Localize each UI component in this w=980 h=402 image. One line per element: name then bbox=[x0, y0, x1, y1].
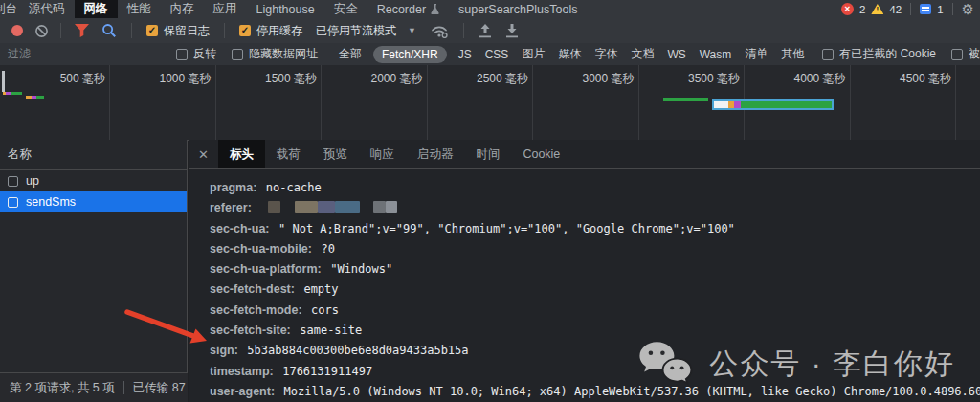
header-name: sec-fetch-mode bbox=[210, 303, 298, 317]
header-value: 5b3ab884c00300be6e8d0a9433a5b15a bbox=[247, 344, 468, 357]
blocked-cookies-toggle[interactable]: 有已拦截的 Cookie bbox=[822, 46, 936, 62]
disable-cache-toggle[interactable]: 停用缓存 bbox=[239, 23, 302, 39]
request-row-up[interactable]: up bbox=[0, 170, 187, 191]
network-status-bar: 第 2 项请求, 共 5 项 已传输 87 bbox=[0, 372, 188, 402]
timeline-tick: 2500 毫秒 bbox=[428, 65, 534, 140]
network-conditions-icon[interactable] bbox=[431, 24, 448, 38]
tab-console-clipped[interactable]: 制台 bbox=[0, 0, 19, 18]
filter-type-js[interactable]: JS bbox=[458, 48, 472, 61]
warning-count: 42 bbox=[889, 4, 902, 15]
header-name: sec-fetch-dest bbox=[210, 282, 291, 296]
timeline-scroll-handle[interactable] bbox=[2, 71, 5, 92]
export-har-icon[interactable] bbox=[505, 24, 519, 38]
hide-data-urls-toggle[interactable]: 隐藏数据网址 bbox=[232, 46, 318, 62]
tab-recorder[interactable]: Recorder bbox=[368, 0, 449, 18]
devtools-window: 制台 源代码 网络 性能 内存 应用 Lighthouse 安全 Recorde… bbox=[0, 0, 980, 402]
tab-memory[interactable]: 内存 bbox=[161, 0, 204, 18]
settings-gear-icon[interactable]: ⚙ bbox=[962, 3, 974, 15]
throttling-dropdown[interactable]: 已停用节流模式 bbox=[316, 23, 416, 39]
header-value: cors bbox=[311, 303, 339, 317]
filter-type-css[interactable]: CSS bbox=[485, 48, 509, 61]
filter-type-other[interactable]: 其他 bbox=[781, 46, 804, 62]
filter-type-font[interactable]: 字体 bbox=[594, 46, 617, 62]
hide-data-urls-checkbox[interactable] bbox=[232, 49, 243, 60]
clear-button[interactable] bbox=[34, 24, 49, 38]
invert-checkbox[interactable] bbox=[176, 49, 188, 60]
header-name: user-agent bbox=[210, 385, 271, 398]
blocked-requests-toggle[interactable]: 被屏蔽的请求 bbox=[951, 46, 980, 62]
request-checkbox[interactable] bbox=[8, 197, 18, 208]
import-har-icon[interactable] bbox=[479, 24, 492, 38]
blocked-cookies-checkbox[interactable] bbox=[822, 49, 834, 60]
detail-tab-headers[interactable]: 标头 bbox=[218, 140, 265, 168]
filter-type-doc[interactable]: 文档 bbox=[631, 46, 654, 62]
filter-type-img[interactable]: 图片 bbox=[522, 46, 545, 62]
waterfall-bar-sendsms-selected[interactable] bbox=[712, 99, 834, 110]
filter-type-ws[interactable]: WS bbox=[667, 48, 685, 61]
watermark: 公众号 · 李白你好 bbox=[636, 341, 955, 387]
divider bbox=[131, 23, 132, 38]
header-row-sec-ch-ua: sec-ch-ua: " Not A;Brand";v="99", "Chrom… bbox=[210, 219, 980, 239]
wechat-icon bbox=[636, 341, 696, 387]
request-row-sendsms[interactable]: sendSms bbox=[0, 191, 187, 212]
filter-type-all[interactable]: 全部 bbox=[339, 46, 362, 62]
transferred-summary: 已传输 87 bbox=[133, 380, 186, 396]
watermark-text: 公众号 · 李白你好 bbox=[709, 345, 955, 384]
name-column-header[interactable]: 名称 bbox=[0, 140, 187, 170]
timeline-tick: 1000 毫秒 bbox=[110, 65, 216, 140]
tab-lighthouse[interactable]: Lighthouse bbox=[247, 0, 324, 18]
filter-type-manifest[interactable]: 清单 bbox=[745, 46, 768, 62]
blocked-requests-checkbox[interactable] bbox=[951, 49, 963, 60]
detail-tab-preview[interactable]: 预览 bbox=[312, 140, 359, 168]
issues-count: 1 bbox=[937, 4, 943, 15]
tab-sources[interactable]: 源代码 bbox=[19, 0, 75, 18]
redacted-value-blocks bbox=[268, 201, 397, 214]
detail-tab-response[interactable]: 响应 bbox=[359, 140, 406, 168]
header-name: sec-ch-ua bbox=[210, 222, 265, 235]
invert-filter-toggle[interactable]: 反转 bbox=[176, 46, 216, 62]
disable-cache-checkbox[interactable] bbox=[239, 25, 251, 36]
preserve-log-checkbox[interactable] bbox=[146, 25, 158, 36]
tab-application[interactable]: 应用 bbox=[204, 0, 247, 18]
tab-network[interactable]: 网络 bbox=[75, 0, 118, 18]
header-row-sec-fetch-mode: sec-fetch-mode: cors bbox=[210, 301, 980, 321]
detail-tab-initiator[interactable]: 启动器 bbox=[406, 140, 465, 168]
header-value: 1766131911497 bbox=[282, 365, 372, 378]
header-row-sec-ch-ua-platform: sec-ch-ua-platform: "Windows" bbox=[210, 259, 980, 279]
issues-icon[interactable] bbox=[920, 4, 931, 14]
filter-input[interactable]: 过滤 bbox=[0, 46, 168, 62]
warning-icon[interactable] bbox=[871, 4, 883, 14]
header-row-referer: referer: bbox=[210, 198, 980, 218]
timeline-tick: 1500 毫秒 bbox=[216, 65, 323, 140]
search-icon[interactable] bbox=[101, 23, 117, 38]
header-name: referer bbox=[210, 201, 248, 214]
blocked-requests-label: 被屏蔽的请求 bbox=[969, 46, 980, 62]
detail-tab-payload[interactable]: 载荷 bbox=[265, 140, 312, 168]
filter-funnel-icon[interactable] bbox=[75, 24, 89, 37]
filter-type-media[interactable]: 媒体 bbox=[558, 46, 581, 62]
header-name: sec-fetch-site bbox=[210, 324, 287, 337]
request-checkbox[interactable] bbox=[8, 176, 18, 187]
divider bbox=[952, 3, 953, 15]
filter-type-fetch-xhr[interactable]: Fetch/XHR bbox=[373, 46, 447, 63]
tab-recorder-label: Recorder bbox=[377, 3, 426, 16]
divider bbox=[123, 381, 124, 394]
detail-tab-bar: 标头 载荷 预览 响应 启动器 时间 Cookie bbox=[189, 140, 980, 169]
timeline-tick: 3000 毫秒 bbox=[533, 65, 639, 140]
preserve-log-toggle[interactable]: 保留日志 bbox=[146, 23, 210, 39]
detail-tab-timing[interactable]: 时间 bbox=[464, 140, 511, 168]
filter-type-wasm[interactable]: Wasm bbox=[700, 48, 732, 61]
header-name: sec-ch-ua-platform bbox=[210, 262, 318, 276]
tab-performance[interactable]: 性能 bbox=[118, 0, 161, 18]
record-button[interactable] bbox=[11, 25, 23, 36]
network-filter-bar: 过滤 反转 隐藏数据网址 全部 Fetch/XHR JS CSS 图片 媒体 字… bbox=[0, 43, 980, 66]
error-icon[interactable] bbox=[841, 3, 854, 15]
header-value: "Windows" bbox=[330, 262, 392, 276]
waterfall-bar-up[interactable] bbox=[663, 98, 708, 100]
divider bbox=[910, 3, 911, 15]
close-icon[interactable] bbox=[189, 140, 218, 168]
tab-security[interactable]: 安全 bbox=[324, 0, 368, 18]
divider bbox=[463, 23, 464, 38]
tab-supersearchplustools[interactable]: superSearchPlusTools bbox=[449, 0, 587, 18]
detail-tab-cookie[interactable]: Cookie bbox=[511, 140, 571, 168]
